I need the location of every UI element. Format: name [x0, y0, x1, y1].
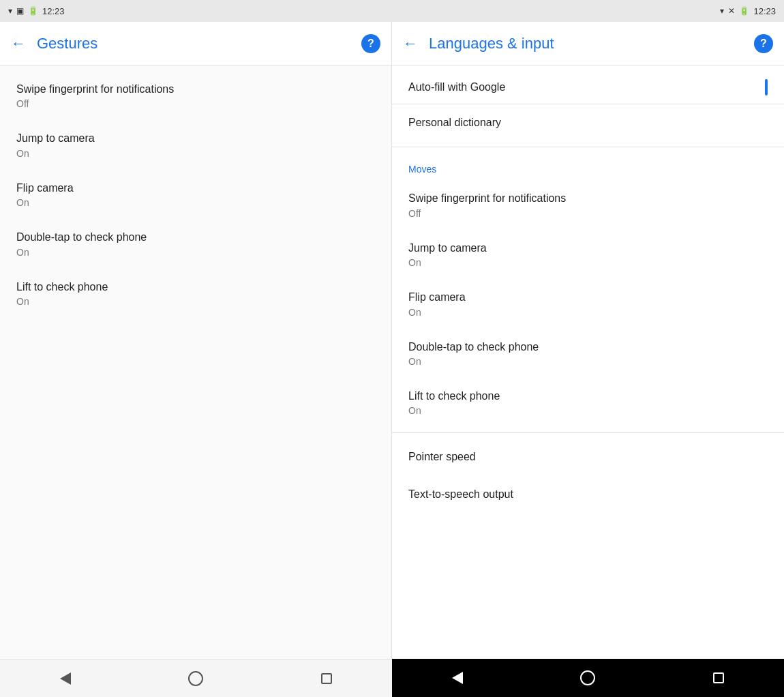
- item-title: Jump to camera: [16, 131, 375, 146]
- list-item[interactable]: Swipe fingerprint for notifications Off: [0, 71, 391, 120]
- right-back-button[interactable]: ←: [403, 35, 418, 53]
- right-time: 12:23: [753, 6, 776, 16]
- item-subtitle: On: [408, 307, 768, 318]
- nav-bar: [0, 659, 784, 697]
- auto-fill-item[interactable]: Auto-fill with Google: [392, 71, 784, 104]
- list-item[interactable]: Flip camera On: [0, 170, 391, 219]
- list-item[interactable]: Swipe fingerprint for notifications Off: [392, 180, 784, 229]
- list-item[interactable]: Jump to camera On: [392, 230, 784, 279]
- status-bar-right: ▾ ✕ 🔋 12:23: [720, 6, 776, 16]
- list-item[interactable]: Pointer speed: [392, 439, 784, 475]
- nav-bar-left: [0, 659, 392, 697]
- item-title: Jump to camera: [408, 241, 768, 256]
- right-settings-list: Auto-fill with Google Personal dictionar…: [392, 65, 784, 659]
- right-help-button[interactable]: ?: [754, 34, 773, 53]
- item-title: Personal dictionary: [408, 115, 768, 130]
- left-time: 12:23: [42, 6, 65, 16]
- item-subtitle: Off: [408, 208, 768, 219]
- left-help-button[interactable]: ?: [361, 34, 380, 53]
- recent-icon-left: [321, 673, 332, 684]
- battery-icon-right: 🔋: [739, 6, 749, 16]
- item-title: Pointer speed: [408, 449, 768, 464]
- item-title: Flip camera: [408, 290, 768, 305]
- back-icon-left: [60, 672, 71, 685]
- signal-icon-right: ✕: [728, 6, 735, 16]
- item-title: Double-tap to check phone: [408, 340, 768, 355]
- back-button-right[interactable]: [445, 666, 470, 690]
- divider: [392, 432, 784, 433]
- auto-fill-text: Auto-fill with Google: [408, 81, 505, 93]
- item-subtitle: On: [408, 356, 768, 367]
- item-title: Lift to check phone: [408, 389, 768, 404]
- back-icon-right: [452, 672, 463, 684]
- item-title: Swipe fingerprint for notifications: [408, 191, 768, 206]
- right-panel-header: ← Languages & input ?: [392, 22, 784, 65]
- item-title: Double-tap to check phone: [16, 230, 375, 245]
- main-content: ← Gestures ? Swipe fingerprint for notif…: [0, 22, 784, 659]
- item-subtitle: On: [408, 257, 768, 268]
- item-title: Flip camera: [16, 181, 375, 196]
- battery-icon: 🔋: [28, 6, 38, 16]
- back-button-left[interactable]: [53, 666, 78, 691]
- list-item[interactable]: Lift to check phone On: [392, 378, 784, 427]
- home-button-left[interactable]: [183, 666, 208, 691]
- moves-section-header: Moves: [392, 153, 784, 180]
- list-item[interactable]: Double-tap to check phone On: [392, 329, 784, 378]
- right-panel: ← Languages & input ? Auto-fill with Goo…: [392, 22, 784, 659]
- list-item[interactable]: Double-tap to check phone On: [0, 219, 391, 268]
- item-title: Lift to check phone: [16, 280, 375, 295]
- blue-indicator: [765, 79, 768, 95]
- list-item[interactable]: Lift to check phone On: [0, 269, 391, 318]
- item-title: Swipe fingerprint for notifications: [16, 82, 375, 97]
- recent-button-right[interactable]: [706, 666, 731, 690]
- list-item[interactable]: Flip camera On: [392, 279, 784, 328]
- item-subtitle: On: [16, 148, 375, 159]
- item-subtitle: On: [16, 247, 375, 258]
- item-subtitle: On: [16, 296, 375, 307]
- left-help-icon: ?: [367, 38, 374, 50]
- status-bar-left: ▾ ▣ 🔋 12:23: [8, 6, 65, 16]
- recent-icon-right: [713, 672, 724, 683]
- right-panel-title: Languages & input: [429, 35, 743, 53]
- recent-button-left[interactable]: [314, 666, 339, 691]
- home-button-right[interactable]: [575, 666, 600, 690]
- item-subtitle: On: [408, 405, 768, 416]
- right-help-icon: ?: [760, 38, 767, 50]
- status-bar: ▾ ▣ 🔋 12:23 ▾ ✕ 🔋 12:23: [0, 0, 784, 22]
- home-icon-left: [188, 671, 203, 686]
- home-icon-right: [580, 670, 595, 685]
- list-item[interactable]: Text-to-speech output: [392, 476, 784, 513]
- list-item[interactable]: Jump to camera On: [0, 120, 391, 169]
- divider: [392, 147, 784, 147]
- left-panel-header: ← Gestures ?: [0, 22, 391, 65]
- item-subtitle: On: [16, 197, 375, 208]
- wifi-icon-right: ▾: [720, 6, 724, 16]
- left-back-button[interactable]: ←: [11, 35, 26, 53]
- signal-icon: ▣: [16, 6, 24, 16]
- wifi-icon: ▾: [8, 6, 12, 16]
- left-settings-list: Swipe fingerprint for notifications Off …: [0, 65, 391, 659]
- nav-bar-right: [392, 659, 784, 697]
- left-panel-title: Gestures: [37, 35, 350, 53]
- list-item[interactable]: Personal dictionary: [392, 104, 784, 141]
- item-title: Text-to-speech output: [408, 487, 768, 502]
- item-subtitle: Off: [16, 98, 375, 109]
- left-panel: ← Gestures ? Swipe fingerprint for notif…: [0, 22, 392, 659]
